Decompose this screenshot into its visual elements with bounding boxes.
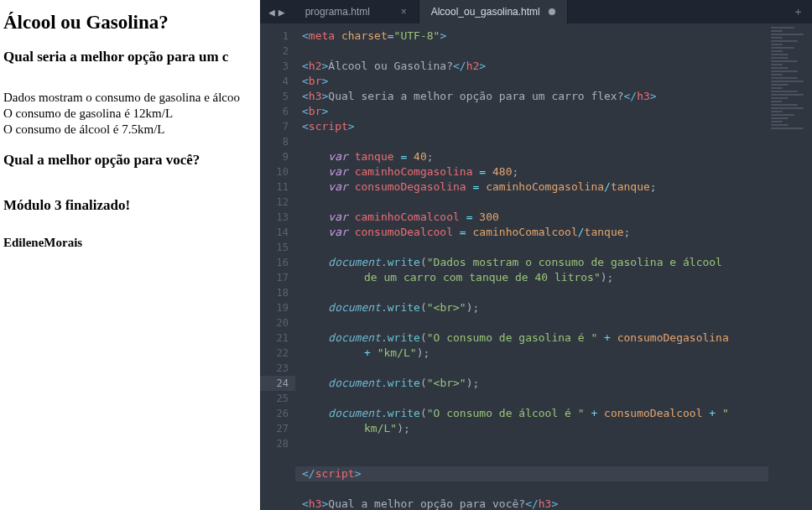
body-line-2: O consumo de gasolina é 12km/L	[3, 107, 257, 121]
modified-dot-icon	[549, 8, 555, 15]
minimap[interactable]	[768, 23, 812, 510]
tab-bar: ◀ ▶ programa.html × Alcool_ou_gasolina.h…	[260, 0, 812, 23]
body-line-1: Dados mostram o consumo de gasolina e ál…	[3, 91, 257, 105]
subtitle-1: Qual seria a melhor opção para um c	[3, 49, 257, 65]
nav-buttons: ◀ ▶	[260, 0, 294, 23]
code-area[interactable]: 1234567 891011121314 1516 171819 202122 …	[260, 23, 812, 510]
author: EdileneMorais	[3, 236, 257, 250]
subtitle-2: Qual a melhor opção para você?	[3, 152, 257, 169]
page-title: Álcool ou Gasolina?	[3, 12, 257, 34]
tab-label: programa.html	[305, 6, 370, 18]
body-line-3: O consumo de álcool é 7.5km/L	[3, 122, 257, 137]
nav-forward-icon[interactable]: ▶	[277, 6, 287, 18]
code-editor: ◀ ▶ programa.html × Alcool_ou_gasolina.h…	[260, 0, 812, 510]
nav-back-icon[interactable]: ◀	[267, 6, 277, 18]
close-icon[interactable]: ×	[401, 6, 407, 18]
tab-programa[interactable]: programa.html ×	[294, 0, 419, 23]
new-tab-button[interactable]: ＋	[784, 0, 812, 23]
subtitle-3: Módulo 3 finalizado!	[3, 197, 257, 214]
tab-label: Alcool_ou_gasolina.html	[431, 6, 540, 18]
browser-preview: Álcool ou Gasolina? Qual seria a melhor …	[0, 0, 260, 510]
tab-alcool[interactable]: Alcool_ou_gasolina.html	[419, 0, 568, 23]
line-gutter: 1234567 891011121314 1516 171819 202122 …	[260, 23, 295, 510]
code-content[interactable]: <meta charset="UTF-8"> <h2>Álcool ou Gas…	[295, 23, 768, 510]
